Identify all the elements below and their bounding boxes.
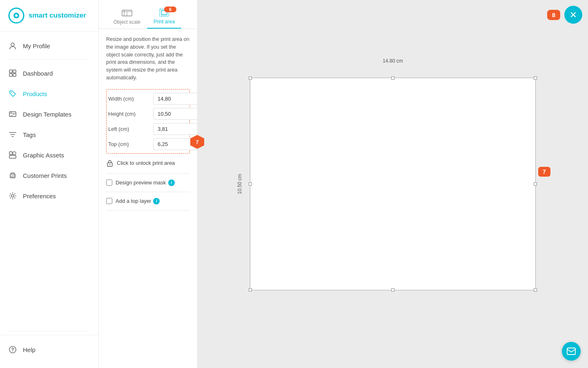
print-area-container: 14.80 cm 10.50 cm 7 [242, 70, 544, 298]
svg-point-15 [13, 152, 16, 155]
close-button[interactable] [564, 6, 582, 24]
top-right-step-badge: 8 [547, 10, 560, 20]
handle-top-right[interactable] [534, 76, 537, 80]
sidebar-item-dashboard[interactable]: Dashboard [0, 63, 98, 83]
top-right-controls: 8 [547, 6, 582, 24]
sidebar-label-tags: Tags [23, 131, 36, 138]
handle-bottom-right[interactable] [534, 288, 537, 292]
sidebar-item-graphic-assets[interactable]: Graphic Assets [0, 145, 98, 165]
svg-rect-18 [11, 176, 14, 177]
canvas-step-badge: 7 [538, 167, 550, 177]
sidebar-item-design-templates[interactable]: Design Templates [0, 104, 98, 124]
sidebar-label-customer-prints: Customer Prints [23, 172, 67, 179]
width-field-group: Width (cm) [108, 93, 188, 105]
print-area-box [250, 78, 536, 290]
main-panel: Object scale 6 Print area Resize and pos… [99, 0, 198, 368]
svg-point-19 [14, 175, 15, 176]
panel-step-badge: 7 [190, 135, 197, 149]
height-dimension-label: 10.50 cm [237, 174, 243, 194]
sidebar-nav: My Profile Dashboard Pr [0, 31, 98, 328]
handle-top-center[interactable] [391, 76, 394, 80]
add-top-layer-info-icon[interactable]: i [153, 198, 160, 204]
add-top-layer-label: Add a top layer [116, 198, 151, 204]
tab-object-scale[interactable]: Object scale [107, 5, 147, 28]
svg-rect-4 [9, 70, 12, 73]
print-icon [8, 171, 17, 180]
handle-middle-right[interactable] [534, 182, 537, 186]
height-label: Height (cm) [108, 111, 153, 117]
filter-icon [8, 130, 17, 139]
left-label: Left (cm) [108, 126, 153, 132]
height-field-group: Height (cm) [108, 108, 188, 120]
svg-rect-7 [13, 74, 16, 76]
svg-point-22 [12, 351, 13, 352]
sidebar-label-products: Products [23, 90, 47, 97]
handle-top-left[interactable] [249, 76, 252, 80]
gear-icon [8, 191, 17, 200]
sidebar-item-products[interactable]: Products [0, 83, 98, 104]
top-field-group: Top (cm) [108, 138, 188, 150]
close-icon [569, 11, 577, 19]
svg-point-20 [11, 195, 14, 197]
sidebar-item-help[interactable]: Help [0, 339, 98, 360]
svg-rect-6 [9, 74, 12, 76]
design-preview-mask-row: Design preview mask i [106, 180, 190, 186]
design-icon [8, 110, 17, 119]
design-preview-mask-checkbox[interactable] [106, 180, 112, 186]
height-input[interactable] [153, 108, 197, 120]
tab-print-area[interactable]: 6 Print area [147, 5, 181, 29]
divider-3 [106, 210, 190, 211]
sidebar: smart customizer My Profile [0, 0, 99, 368]
panel-description: Resize and position the print area on th… [106, 36, 190, 82]
logo-icon [8, 7, 24, 24]
handle-bottom-center[interactable] [391, 288, 394, 292]
sidebar-label-my-profile: My Profile [23, 43, 50, 49]
sidebar-item-my-profile[interactable]: My Profile [0, 36, 98, 56]
help-icon [8, 345, 17, 354]
sidebar-label-preferences: Preferences [23, 193, 56, 200]
panel-content: Resize and position the print area on th… [99, 29, 197, 368]
tab-print-area-label: Print area [154, 19, 175, 25]
canvas-area: 8 14.80 cm 10.50 cm [198, 0, 588, 368]
svg-point-8 [11, 92, 12, 93]
logo-area: smart customizer [0, 0, 98, 31]
sidebar-item-tags[interactable]: Tags [0, 124, 98, 145]
width-input[interactable] [153, 93, 197, 105]
divider-1 [106, 173, 190, 174]
left-input[interactable] [153, 123, 197, 135]
add-top-layer-checkbox[interactable] [106, 198, 112, 204]
tab-arrow [176, 29, 183, 32]
svg-point-30 [109, 164, 110, 165]
handle-bottom-left[interactable] [249, 288, 252, 292]
scale-tab-icon [121, 9, 133, 18]
sidebar-label-dashboard: Dashboard [23, 70, 53, 77]
svg-rect-16 [9, 155, 16, 158]
tab-print-area-badge: 6 [164, 7, 176, 12]
dashboard-icon [8, 69, 17, 78]
sidebar-label-design-templates: Design Templates [23, 111, 71, 118]
mail-icon [567, 348, 576, 355]
user-icon [8, 41, 17, 50]
design-preview-mask-info-icon[interactable]: i [168, 180, 175, 186]
svg-rect-14 [9, 152, 12, 155]
tag-icon [8, 89, 17, 98]
mail-button[interactable] [562, 342, 581, 361]
width-label: Width (cm) [108, 96, 153, 102]
sidebar-item-customer-prints[interactable]: Customer Prints [0, 165, 98, 186]
svg-point-3 [11, 43, 14, 46]
left-field-group: Left (cm) [108, 123, 188, 135]
lock-icon [106, 159, 114, 167]
footer-divider [8, 331, 90, 332]
svg-rect-33 [567, 348, 575, 355]
handle-middle-left[interactable] [249, 182, 252, 186]
unlock-label: Click to unlock print area [117, 160, 175, 166]
nav-divider [8, 59, 90, 60]
brand-name: smart customizer [29, 11, 86, 20]
tab-object-scale-label: Object scale [114, 19, 140, 25]
sidebar-label-help: Help [23, 346, 36, 353]
unlock-print-area-button[interactable]: Click to unlock print area [106, 159, 190, 167]
svg-rect-5 [13, 70, 16, 73]
sidebar-footer: Help [0, 335, 98, 368]
divider-2 [106, 192, 190, 192]
sidebar-item-preferences[interactable]: Preferences [0, 186, 98, 206]
